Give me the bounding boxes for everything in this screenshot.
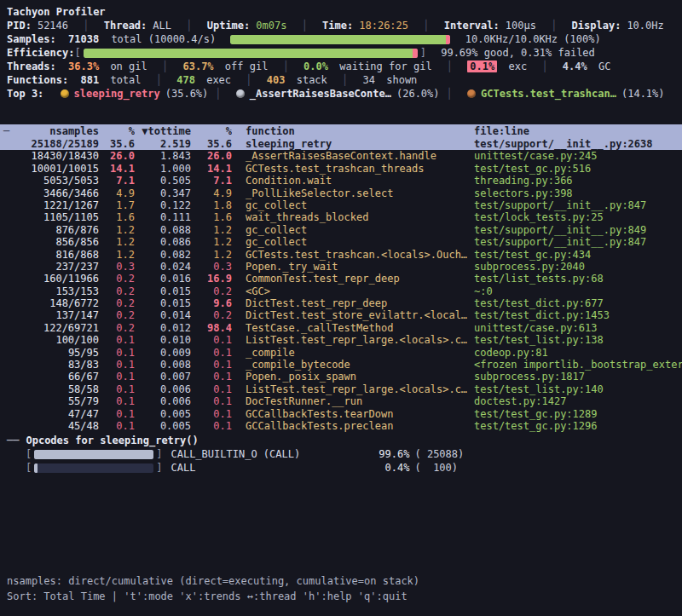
cumulative-percent-cell: 0.1 [191,420,232,432]
tottime-cell: 0.111 [135,211,191,223]
thread-label: Thread: [104,20,147,32]
functions-line: Functions: 881 total │ 478 exec │ 403 st… [7,73,682,87]
cumulative-percent-cell: 1.2 [191,224,232,236]
interval-label: Interval: [444,20,500,32]
top3-entry[interactable]: GCTests.test_trashcan…(14.1%) [467,88,680,100]
table-row[interactable]: 137/147 0.2 0.014 0.2 DictTest.test_stor… [7,309,682,321]
table-row[interactable]: 18430/18430 26.0 1.843 26.0 _AssertRaise… [7,150,682,162]
table-row[interactable]: 816/868 1.2 0.082 1.2 GCTests.test_trash… [7,249,682,261]
direct-percent-cell: 0.2 [99,273,135,285]
table-row[interactable]: 47/47 0.1 0.005 0.1 GCCallbackTests.tear… [7,408,682,420]
cumulative-percent-cell: 1.6 [191,211,232,223]
table-row[interactable]: 10001/10015 14.1 1.000 14.1 GCTests.test… [7,163,682,175]
table-row[interactable]: 148/6772 0.2 0.015 9.6 DictTest.test_rep… [7,297,682,309]
tottime-cell: 0.007 [135,371,191,383]
table-row[interactable]: 66/67 0.1 0.007 0.1 Popen._posix_spawn s… [7,371,682,383]
separator: │ [447,88,453,100]
tottime-cell: 0.088 [135,224,191,236]
functions-total-label: total [110,74,141,86]
header-nsamples[interactable]: nsamples [7,124,99,138]
tottime-cell: 0.024 [135,261,191,273]
opcode-name: CALL [170,461,365,475]
table-row[interactable]: 3466/3466 4.9 0.347 4.9 _PollLikeSelecto… [7,187,682,199]
tottime-cell: 0.008 [135,359,191,371]
direct-percent-cell: 0.2 [99,297,135,309]
open-bracket: [ [74,47,80,59]
tottime-cell: 2.519 [135,138,191,150]
footer-legend: nsamples: direct/cumulative (direct=exec… [7,573,419,589]
opcode-row: [] CALL 0.4% ( 100) [7,461,682,475]
direct-percent-cell: 0.1 [99,334,135,346]
on-gil-label: on gil [110,60,147,72]
tottime-cell: 0.006 [135,383,191,395]
nsamples-cell: 58/58 [7,383,99,395]
separator: │ [551,20,557,32]
table-row[interactable]: 83/83 0.1 0.008 0.1 _compile_bytecode <f… [7,359,682,371]
pid-label: PID: [7,20,32,32]
top3-percentage: (35.6%) [165,88,209,100]
nsamples-cell: 137/147 [7,309,99,321]
uptime-value: 0m07s [256,20,286,32]
nsamples-cell: 47/47 [7,408,99,420]
table-row[interactable]: 153/153 0.2 0.015 0.2 <GC> ~:0 [7,285,682,297]
separator: │ [246,74,251,86]
tottime-cell: 0.082 [135,249,191,261]
file-line-cell: test/test_gc.py:1296 [467,420,682,432]
table-row[interactable]: 1221/1267 1.7 0.122 1.8 gc_collect test/… [7,199,682,211]
nsamples-cell: 1105/1105 [7,211,99,223]
table-row[interactable]: 58/58 0.1 0.006 0.1 ListTest.test_repr_l… [7,383,682,395]
file-line-cell: doctest.py:1427 [467,395,682,407]
samples-rate: 10.0KHz/10.0KHz (100%) [465,33,601,45]
tachyon-profiler-terminal[interactable]: Tachyon Profiler PID:52146 │ Thread:ALL … [0,0,682,616]
table-row[interactable]: 5053/5053 7.1 0.505 7.1 Condition.wait t… [7,175,682,187]
header-tottime-sorted[interactable]: ▼tottime [135,124,191,138]
tottime-cell: 0.012 [135,322,191,334]
opcode-bar [34,463,153,473]
nsamples-cell: 122/69721 [7,322,99,334]
nsamples-cell: 45/48 [7,420,99,432]
top3-function-name: GCTests.test_trashcan… [481,88,616,100]
file-line-cell: test/test_list.py:138 [467,334,682,346]
off-gil-value: 63.7% [182,60,213,72]
cumulative-percent-cell: 0.1 [191,395,232,407]
separator: │ [156,74,162,86]
function-cell: GCCallbackTests.preclean [232,420,467,432]
separator: │ [423,20,429,32]
header-cumulative-percent[interactable]: % [191,124,232,138]
top3-entry[interactable]: sleeping_retry(35.6%)│ [61,88,230,100]
tottime-cell: 0.086 [135,236,191,248]
function-cell: Condition.wait [232,175,467,187]
file-line-cell: test/support/__init__.py:2638 [467,138,682,150]
file-line-cell: unittest/case.py:245 [467,150,682,162]
cumulative-percent-cell: 16.9 [191,273,232,285]
file-line-cell: test/test_list.py:140 [467,383,682,395]
table-row[interactable]: 45/48 0.1 0.005 0.1 GCCallbackTests.prec… [7,420,682,432]
function-cell: ListTest.test_repr_large.<locals>.c… [232,334,467,346]
display-value: 10.0Hz [627,20,663,32]
header-file-line[interactable]: file:line [467,124,682,138]
opcode-percent: 99.6% [365,447,409,461]
tottime-cell: 0.006 [135,395,191,407]
table-row[interactable]: 122/69721 0.2 0.012 98.4 TestCase._callT… [7,322,682,334]
table-row[interactable]: 856/856 1.2 0.086 1.2 gc_collect test/su… [7,236,682,248]
table-row[interactable]: 95/95 0.1 0.009 0.1 _compile codeop.py:8… [7,347,682,359]
table-row[interactable]: 876/876 1.2 0.088 1.2 gc_collect test/su… [7,224,682,236]
file-line-cell: test/test_gc.py:516 [467,163,682,175]
table-row[interactable]: 160/11966 0.2 0.016 16.9 CommonTest.test… [7,273,682,285]
samples-label: Samples: [7,33,56,45]
file-line-cell: selectors.py:398 [467,187,682,199]
table-row[interactable]: 1105/1105 1.6 0.111 1.6 wait_threads_blo… [7,211,682,223]
table-row[interactable]: 100/100 0.1 0.010 0.1 ListTest.test_repr… [7,334,682,346]
top3-percentage: (26.0%) [396,88,440,100]
table-row[interactable]: 25188/25189 35.6 2.519 35.6 sleeping_ret… [0,138,682,150]
tottime-cell: 0.010 [135,334,191,346]
top3-entry[interactable]: _AssertRaisesBaseConte…(26.0%)│ [236,88,461,100]
table-row[interactable]: 55/79 0.1 0.006 0.1 DocTestRunner.__run … [7,395,682,407]
function-cell: DictTest.test_repr_deep [232,297,467,309]
close-bracket: ] [420,47,426,59]
header-direct-percent[interactable]: % [99,124,135,138]
direct-percent-cell: 4.9 [99,187,135,199]
opcode-count: ( 100) [414,461,458,475]
table-row[interactable]: 237/237 0.3 0.024 0.3 Popen._try_wait su… [7,261,682,273]
header-function[interactable]: function [232,124,467,138]
